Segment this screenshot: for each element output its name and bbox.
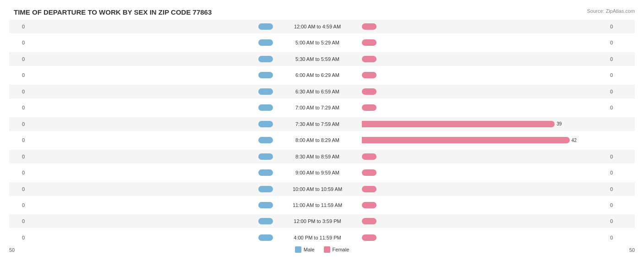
legend-female: Female [324,246,349,253]
source-label: Source: ZipAtlas.com [587,8,635,14]
female-bar [362,104,377,111]
male-value: 0 [9,105,27,110]
female-value: 0 [608,202,626,208]
table-row: 05:00 AM to 5:29 AM0 [9,36,635,49]
male-bar [258,39,273,46]
female-bar-container: 42 [361,136,608,144]
female-bar [362,202,377,208]
female-value: 0 [608,154,626,159]
time-label: 11:00 AM to 11:59 AM [274,202,361,208]
male-bar [258,23,273,30]
female-value: 0 [608,24,626,29]
female-value: 0 [608,40,626,45]
male-value: 0 [9,56,27,62]
female-bar [362,137,570,143]
table-row: 07:00 AM to 7:29 AM0 [9,101,635,114]
male-bar-container [27,103,274,112]
female-bar [362,23,377,30]
table-row: 07:30 AM to 7:59 AM39 [9,117,635,131]
rows-container: 012:00 AM to 4:59 AM005:00 AM to 5:29 AM… [9,20,635,245]
female-bar [362,218,377,224]
male-value: 0 [9,121,27,127]
male-bar [258,137,273,143]
female-bar [362,186,377,192]
female-bar [362,39,377,46]
female-bar-container [361,201,608,209]
male-bar-container [27,185,274,193]
time-label: 8:30 AM to 8:59 AM [274,154,361,159]
legend: Male Female [295,246,349,253]
axis-left: 50 [9,247,27,253]
chart-title: TIME OF DEPARTURE TO WORK BY SEX IN ZIP … [9,8,635,16]
time-label: 4:00 PM to 11:59 PM [274,235,361,240]
male-bar-container [27,201,274,209]
male-bar-container [27,55,274,63]
male-value: 0 [9,235,27,240]
female-bar-container: 39 [361,120,608,128]
table-row: 011:00 AM to 11:59 AM0 [9,198,635,212]
time-label: 8:00 AM to 8:29 AM [274,137,361,143]
female-value: 0 [608,218,626,224]
female-value: 0 [608,56,626,62]
female-value: 0 [608,235,626,240]
male-value: 0 [9,24,27,29]
chart-container: TIME OF DEPARTURE TO WORK BY SEX IN ZIP … [0,0,644,272]
male-bar-container [27,87,274,96]
female-bar [362,153,377,160]
female-bar-container [361,169,608,177]
table-row: 010:00 AM to 10:59 AM0 [9,182,635,196]
female-bar-container [361,103,608,112]
male-value: 0 [9,202,27,208]
female-legend-box [324,246,330,253]
female-bar [362,234,377,241]
table-row: 06:30 AM to 6:59 AM0 [9,85,635,98]
time-label: 10:00 AM to 10:59 AM [274,186,361,192]
male-bar [258,56,273,62]
female-bar [362,169,377,176]
female-value: 0 [608,186,626,192]
male-bar-container [27,38,274,47]
male-value: 0 [9,40,27,45]
male-bar [258,121,273,127]
female-value: 0 [608,170,626,175]
table-row: 06:00 AM to 6:29 AM0 [9,68,635,82]
time-label: 6:30 AM to 6:59 AM [274,89,361,94]
table-row: 08:30 AM to 8:59 AM0 [9,150,635,163]
female-bar-end-value: 39 [555,121,563,126]
male-bar [258,153,273,160]
male-bar [258,218,273,224]
male-bar [258,202,273,208]
chart-footer: 50 Male Female 50 [9,246,635,253]
male-value: 0 [9,218,27,224]
male-legend-box [295,246,301,253]
female-value: 0 [608,89,626,94]
male-bar-container [27,22,274,31]
female-bar [362,121,555,127]
male-value: 0 [9,72,27,78]
male-legend-label: Male [304,247,315,252]
male-value: 0 [9,137,27,143]
female-bar-end-value: 42 [570,138,579,143]
male-bar-container [27,71,274,79]
male-bar-container [27,120,274,128]
time-label: 6:00 AM to 6:29 AM [274,72,361,78]
male-bar [258,104,273,111]
legend-male: Male [295,246,315,253]
female-value: 0 [608,105,626,110]
female-bar-container [361,38,608,47]
table-row: 04:00 PM to 11:59 PM0 [9,231,635,245]
female-bar-container [361,55,608,63]
female-bar-container [361,22,608,31]
table-row: 08:00 AM to 8:29 AM42 [9,133,635,147]
time-label: 5:30 AM to 5:59 AM [274,56,361,62]
male-bar-container [27,169,274,177]
table-row: 012:00 PM to 3:59 PM0 [9,214,635,228]
female-bar-container [361,185,608,193]
male-bar [258,169,273,176]
female-bar-container [361,152,608,161]
axis-right: 50 [617,247,635,253]
male-bar [258,72,273,78]
female-bar-container [361,217,608,225]
time-label: 7:30 AM to 7:59 AM [274,121,361,127]
time-label: 7:00 AM to 7:29 AM [274,105,361,110]
